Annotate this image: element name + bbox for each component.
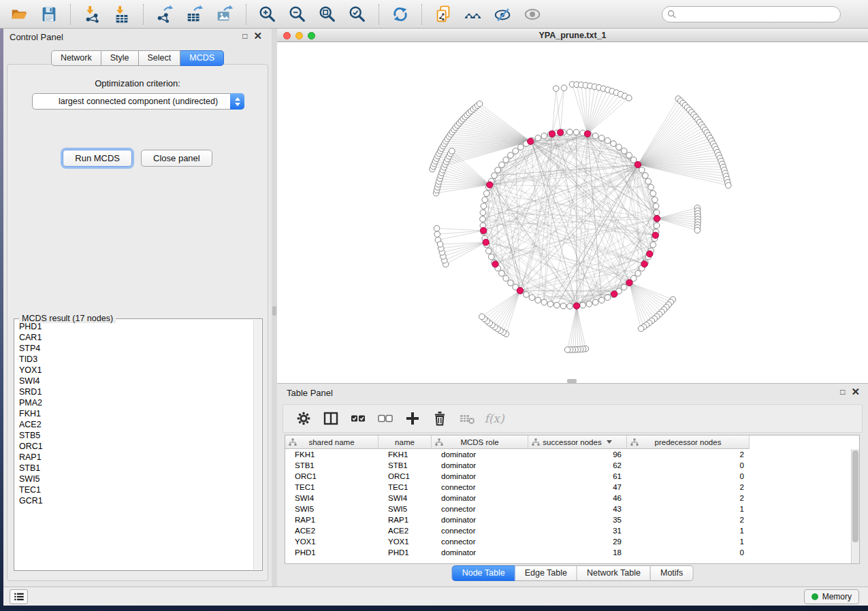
mcds-result-item[interactable]: SWI4 bbox=[15, 376, 253, 386]
mcds-result-item[interactable]: TID3 bbox=[15, 354, 253, 365]
mcds-result-item[interactable]: TEC1 bbox=[15, 484, 253, 495]
close-panel-button[interactable]: Close panel bbox=[141, 150, 212, 167]
mcds-result-item[interactable]: YOX1 bbox=[15, 365, 253, 376]
cell-shared-name: YOX1 bbox=[285, 536, 379, 547]
tab-select[interactable]: Select bbox=[139, 50, 181, 66]
task-history-button[interactable] bbox=[10, 589, 28, 604]
cell-name: FKH1 bbox=[379, 449, 432, 460]
cell-successor-nodes: 31 bbox=[528, 525, 627, 536]
mcds-result-item[interactable]: SWI5 bbox=[15, 474, 253, 484]
open-file-icon[interactable] bbox=[9, 4, 29, 24]
apply-layout-icon[interactable] bbox=[390, 4, 411, 24]
network-window-titlebar[interactable]: YPA_prune.txt_1 bbox=[277, 29, 868, 42]
table-row[interactable]: RAP1RAP1dominator352 bbox=[285, 514, 851, 525]
copy-network-icon[interactable] bbox=[433, 4, 453, 24]
mcds-result-item[interactable]: GCR1 bbox=[15, 495, 253, 506]
vertical-splitter[interactable] bbox=[272, 29, 277, 587]
table-panel: Table Panel □ ✕ f(x) shared namenameMCDS… bbox=[277, 383, 868, 587]
mcds-result-item[interactable]: PHD1 bbox=[15, 321, 253, 332]
close-table-panel-icon[interactable]: ✕ bbox=[851, 386, 860, 397]
tab-network-table[interactable]: Network Table bbox=[577, 565, 651, 581]
mcds-result-item[interactable]: STP4 bbox=[15, 343, 253, 354]
delete-selected-icon[interactable] bbox=[430, 409, 449, 428]
column-header-shared-name[interactable]: shared name bbox=[285, 435, 379, 449]
first-neighbors-icon[interactable] bbox=[463, 4, 483, 24]
control-panel: Control Panel □ ✕ NetworkStyleSelectMCDS… bbox=[3, 29, 272, 587]
toolbar-group bbox=[0, 0, 68, 28]
table-row[interactable]: STB1STB1dominator620 bbox=[285, 460, 851, 471]
cell-shared-name: FKH1 bbox=[285, 449, 379, 460]
cell-shared-name: ACE2 bbox=[285, 525, 379, 536]
delete-table-icon bbox=[457, 409, 477, 428]
search-box[interactable] bbox=[662, 6, 841, 22]
tab-node-table[interactable]: Node Table bbox=[452, 565, 515, 581]
table-row[interactable]: YOX1YOX1connector291 bbox=[285, 536, 851, 547]
table-scrollbar[interactable] bbox=[851, 449, 859, 563]
table-settings-icon[interactable] bbox=[294, 409, 313, 428]
cell-MCDS-role: dominator bbox=[432, 460, 528, 471]
cell-name: ORC1 bbox=[379, 471, 432, 482]
column-header-name[interactable]: name bbox=[379, 435, 432, 449]
zoom-selected-icon[interactable] bbox=[347, 4, 368, 24]
table-row[interactable]: PHD1PHD1dominator180 bbox=[285, 547, 851, 558]
export-network-icon[interactable] bbox=[155, 4, 175, 24]
toolbar-group bbox=[73, 0, 141, 28]
network-canvas[interactable] bbox=[277, 42, 868, 383]
cell-name: SWI4 bbox=[379, 493, 432, 503]
run-mcds-button[interactable]: Run MCDS bbox=[63, 150, 132, 167]
column-header-MCDS-role[interactable]: MCDS role bbox=[432, 435, 528, 449]
float-panel-icon[interactable]: □ bbox=[242, 31, 247, 42]
import-table-icon[interactable] bbox=[112, 4, 132, 24]
mcds-result-item[interactable]: ACE2 bbox=[15, 419, 253, 430]
tab-edge-table[interactable]: Edge Table bbox=[515, 565, 577, 581]
column-header-successor-nodes[interactable]: successor nodes bbox=[528, 435, 627, 449]
network-graph[interactable] bbox=[277, 42, 868, 383]
hide-selected-icon[interactable] bbox=[493, 4, 513, 24]
deselect-all-icon[interactable] bbox=[376, 409, 395, 428]
mcds-result-item[interactable]: ORC1 bbox=[15, 441, 253, 452]
memory-button[interactable]: Memory bbox=[804, 589, 859, 604]
table-row[interactable]: FKH1FKH1dominator962 bbox=[285, 449, 851, 460]
cell-successor-nodes: 61 bbox=[528, 471, 627, 482]
toolbar-group bbox=[424, 0, 552, 28]
tab-motifs[interactable]: Motifs bbox=[651, 565, 693, 581]
mcds-result-item[interactable]: SRD1 bbox=[15, 386, 253, 397]
float-table-panel-icon[interactable]: □ bbox=[840, 386, 845, 397]
mcds-result-list[interactable]: PHD1CAR1STP4TID3YOX1SWI4SRD1PMA2FKH1ACE2… bbox=[15, 321, 253, 569]
zoom-out-icon[interactable] bbox=[287, 4, 308, 24]
cell-MCDS-role: dominator bbox=[432, 471, 528, 482]
import-network-icon[interactable] bbox=[82, 4, 102, 24]
horizontal-splitter-handle[interactable] bbox=[567, 379, 577, 383]
mcds-result-item[interactable]: STB1 bbox=[15, 463, 253, 474]
mcds-result-item[interactable]: PMA2 bbox=[15, 397, 253, 408]
tab-style[interactable]: Style bbox=[101, 50, 139, 66]
cell-name: STB1 bbox=[379, 460, 432, 471]
mcds-result-item[interactable]: FKH1 bbox=[15, 408, 253, 419]
export-table-icon[interactable] bbox=[184, 4, 205, 24]
table-row[interactable]: ORC1ORC1dominator610 bbox=[285, 471, 851, 482]
tab-mcds[interactable]: MCDS bbox=[180, 50, 224, 66]
zoom-in-icon[interactable] bbox=[257, 4, 278, 24]
column-layout-icon[interactable] bbox=[321, 409, 340, 428]
mcds-result-item[interactable]: CAR1 bbox=[15, 332, 253, 343]
mcds-list-scrollbar[interactable] bbox=[253, 320, 261, 569]
table-row[interactable]: TEC1TEC1connector472 bbox=[285, 482, 851, 493]
table-row[interactable]: SWI5SWI5connector431 bbox=[285, 503, 851, 514]
add-row-icon[interactable] bbox=[403, 409, 422, 428]
mcds-result-item[interactable]: RAP1 bbox=[15, 452, 253, 463]
table-row[interactable]: SWI4SWI4dominator462 bbox=[285, 493, 851, 503]
save-session-icon[interactable] bbox=[39, 4, 59, 24]
zoom-fit-icon[interactable] bbox=[317, 4, 338, 24]
table-row[interactable]: ACE2ACE2connector311 bbox=[285, 525, 851, 536]
tab-network[interactable]: Network bbox=[51, 50, 101, 66]
select-all-icon[interactable] bbox=[349, 409, 368, 428]
mcds-result-item[interactable]: STB5 bbox=[15, 430, 253, 441]
export-image-icon[interactable] bbox=[214, 4, 235, 24]
column-header-predecessor-nodes[interactable]: predecessor nodes bbox=[627, 435, 750, 449]
search-input[interactable] bbox=[677, 8, 840, 20]
toolbar-separator bbox=[379, 4, 379, 24]
close-panel-icon[interactable]: ✕ bbox=[253, 31, 262, 42]
optimization-criterion-select[interactable]: largest connected component (undirected) bbox=[32, 93, 244, 110]
cell-predecessor-nodes: 1 bbox=[627, 536, 750, 547]
toolbar-separator bbox=[70, 4, 71, 24]
